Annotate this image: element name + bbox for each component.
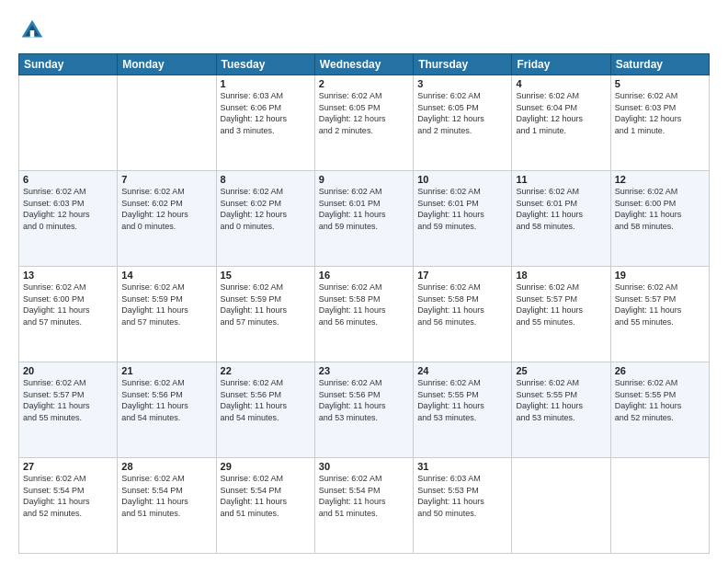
day-number: 27 xyxy=(23,461,113,472)
calendar-day-cell: 16Sunrise: 6:02 AM Sunset: 5:58 PM Dayli… xyxy=(314,267,413,362)
day-number: 9 xyxy=(319,174,409,185)
day-info: Sunrise: 6:02 AM Sunset: 6:00 PM Dayligh… xyxy=(615,186,705,232)
calendar-day-cell: 1Sunrise: 6:03 AM Sunset: 6:06 PM Daylig… xyxy=(216,75,314,171)
day-number: 11 xyxy=(516,174,606,185)
day-number: 3 xyxy=(417,78,507,89)
day-number: 20 xyxy=(23,365,113,376)
calendar-day-cell: 2Sunrise: 6:02 AM Sunset: 6:05 PM Daylig… xyxy=(314,75,413,171)
calendar-week-row: 20Sunrise: 6:02 AM Sunset: 5:57 PM Dayli… xyxy=(19,362,710,458)
day-number: 18 xyxy=(516,270,606,281)
day-info: Sunrise: 6:03 AM Sunset: 6:06 PM Dayligh… xyxy=(221,90,311,136)
day-number: 14 xyxy=(121,270,211,281)
day-number: 19 xyxy=(615,270,705,281)
day-number: 29 xyxy=(221,461,311,472)
calendar-day-cell: 29Sunrise: 6:02 AM Sunset: 5:54 PM Dayli… xyxy=(216,458,314,554)
day-info: Sunrise: 6:02 AM Sunset: 5:58 PM Dayligh… xyxy=(417,282,507,327)
day-number: 6 xyxy=(23,174,113,185)
day-info: Sunrise: 6:02 AM Sunset: 5:55 PM Dayligh… xyxy=(417,377,507,423)
calendar-day-cell: 6Sunrise: 6:02 AM Sunset: 6:03 PM Daylig… xyxy=(19,171,118,267)
day-info: Sunrise: 6:02 AM Sunset: 6:05 PM Dayligh… xyxy=(319,90,409,136)
calendar-day-cell: 26Sunrise: 6:02 AM Sunset: 5:55 PM Dayli… xyxy=(610,362,709,458)
calendar-day-cell: 23Sunrise: 6:02 AM Sunset: 5:56 PM Dayli… xyxy=(314,362,413,458)
calendar-day-cell xyxy=(19,75,118,171)
day-number: 16 xyxy=(319,270,409,281)
day-info: Sunrise: 6:02 AM Sunset: 6:01 PM Dayligh… xyxy=(417,186,507,232)
calendar-day-cell: 27Sunrise: 6:02 AM Sunset: 5:54 PM Dayli… xyxy=(19,458,118,554)
day-info: Sunrise: 6:02 AM Sunset: 6:01 PM Dayligh… xyxy=(516,186,606,232)
day-info: Sunrise: 6:02 AM Sunset: 6:03 PM Dayligh… xyxy=(615,90,705,136)
day-info: Sunrise: 6:02 AM Sunset: 6:03 PM Dayligh… xyxy=(23,186,113,232)
day-number: 10 xyxy=(417,174,507,185)
day-number: 15 xyxy=(221,270,311,281)
calendar-day-cell: 10Sunrise: 6:02 AM Sunset: 6:01 PM Dayli… xyxy=(414,171,512,267)
day-number: 8 xyxy=(221,174,311,185)
day-info: Sunrise: 6:02 AM Sunset: 5:58 PM Dayligh… xyxy=(319,282,409,327)
weekday-header: Saturday xyxy=(610,54,709,75)
day-info: Sunrise: 6:02 AM Sunset: 6:00 PM Dayligh… xyxy=(23,282,113,327)
calendar-day-cell: 22Sunrise: 6:02 AM Sunset: 5:56 PM Dayli… xyxy=(216,362,314,458)
day-info: Sunrise: 6:02 AM Sunset: 5:56 PM Dayligh… xyxy=(121,377,211,423)
day-info: Sunrise: 6:02 AM Sunset: 5:54 PM Dayligh… xyxy=(23,473,113,519)
calendar-day-cell: 13Sunrise: 6:02 AM Sunset: 6:00 PM Dayli… xyxy=(19,267,118,362)
weekday-header: Tuesday xyxy=(216,54,314,75)
svg-rect-2 xyxy=(30,30,35,38)
day-number: 30 xyxy=(319,461,409,472)
day-info: Sunrise: 6:02 AM Sunset: 6:04 PM Dayligh… xyxy=(516,90,606,136)
day-number: 1 xyxy=(221,78,311,89)
page: SundayMondayTuesdayWednesdayThursdayFrid… xyxy=(0,0,728,563)
calendar-day-cell: 19Sunrise: 6:02 AM Sunset: 5:57 PM Dayli… xyxy=(610,267,709,362)
day-info: Sunrise: 6:02 AM Sunset: 6:02 PM Dayligh… xyxy=(121,186,211,232)
weekday-header: Friday xyxy=(512,54,610,75)
day-number: 28 xyxy=(121,461,211,472)
day-info: Sunrise: 6:02 AM Sunset: 5:59 PM Dayligh… xyxy=(221,282,311,327)
calendar-day-cell: 7Sunrise: 6:02 AM Sunset: 6:02 PM Daylig… xyxy=(118,171,216,267)
day-number: 23 xyxy=(319,365,409,376)
calendar-day-cell: 28Sunrise: 6:02 AM Sunset: 5:54 PM Dayli… xyxy=(118,458,216,554)
day-info: Sunrise: 6:02 AM Sunset: 5:57 PM Dayligh… xyxy=(23,377,113,423)
calendar-day-cell: 17Sunrise: 6:02 AM Sunset: 5:58 PM Dayli… xyxy=(414,267,512,362)
day-info: Sunrise: 6:02 AM Sunset: 5:56 PM Dayligh… xyxy=(221,377,311,423)
calendar-week-row: 1Sunrise: 6:03 AM Sunset: 6:06 PM Daylig… xyxy=(19,75,710,171)
day-info: Sunrise: 6:02 AM Sunset: 5:57 PM Dayligh… xyxy=(615,282,705,327)
logo xyxy=(18,17,50,44)
calendar-day-cell: 8Sunrise: 6:02 AM Sunset: 6:02 PM Daylig… xyxy=(216,171,314,267)
day-number: 7 xyxy=(121,174,211,185)
calendar-day-cell: 31Sunrise: 6:03 AM Sunset: 5:53 PM Dayli… xyxy=(414,458,512,554)
calendar-week-row: 27Sunrise: 6:02 AM Sunset: 5:54 PM Dayli… xyxy=(19,458,710,554)
day-info: Sunrise: 6:02 AM Sunset: 5:55 PM Dayligh… xyxy=(516,377,606,423)
day-info: Sunrise: 6:02 AM Sunset: 6:05 PM Dayligh… xyxy=(417,90,507,136)
day-info: Sunrise: 6:02 AM Sunset: 5:55 PM Dayligh… xyxy=(615,377,705,423)
calendar-day-cell: 20Sunrise: 6:02 AM Sunset: 5:57 PM Dayli… xyxy=(19,362,118,458)
day-number: 21 xyxy=(121,365,211,376)
weekday-header: Monday xyxy=(118,54,216,75)
calendar-day-cell: 18Sunrise: 6:02 AM Sunset: 5:57 PM Dayli… xyxy=(512,267,610,362)
calendar-day-cell: 3Sunrise: 6:02 AM Sunset: 6:05 PM Daylig… xyxy=(414,75,512,171)
calendar-day-cell: 24Sunrise: 6:02 AM Sunset: 5:55 PM Dayli… xyxy=(414,362,512,458)
day-info: Sunrise: 6:02 AM Sunset: 5:54 PM Dayligh… xyxy=(319,473,409,519)
day-number: 5 xyxy=(615,78,705,89)
day-number: 4 xyxy=(516,78,606,89)
calendar-week-row: 6Sunrise: 6:02 AM Sunset: 6:03 PM Daylig… xyxy=(19,171,710,267)
calendar-day-cell xyxy=(118,75,216,171)
logo-icon xyxy=(18,17,46,44)
day-number: 25 xyxy=(516,365,606,376)
weekday-header: Thursday xyxy=(414,54,512,75)
day-info: Sunrise: 6:02 AM Sunset: 5:57 PM Dayligh… xyxy=(516,282,606,327)
calendar-header-row: SundayMondayTuesdayWednesdayThursdayFrid… xyxy=(19,54,710,75)
calendar-day-cell: 9Sunrise: 6:02 AM Sunset: 6:01 PM Daylig… xyxy=(314,171,413,267)
day-number: 24 xyxy=(417,365,507,376)
day-info: Sunrise: 6:02 AM Sunset: 5:54 PM Dayligh… xyxy=(121,473,211,519)
calendar-week-row: 13Sunrise: 6:02 AM Sunset: 6:00 PM Dayli… xyxy=(19,267,710,362)
day-number: 2 xyxy=(319,78,409,89)
calendar-day-cell xyxy=(512,458,610,554)
calendar-day-cell: 4Sunrise: 6:02 AM Sunset: 6:04 PM Daylig… xyxy=(512,75,610,171)
weekday-header: Sunday xyxy=(19,54,118,75)
day-info: Sunrise: 6:02 AM Sunset: 6:01 PM Dayligh… xyxy=(319,186,409,232)
day-number: 13 xyxy=(23,270,113,281)
calendar-day-cell: 15Sunrise: 6:02 AM Sunset: 5:59 PM Dayli… xyxy=(216,267,314,362)
day-info: Sunrise: 6:02 AM Sunset: 5:54 PM Dayligh… xyxy=(221,473,311,519)
calendar-day-cell xyxy=(610,458,709,554)
day-number: 17 xyxy=(417,270,507,281)
calendar-day-cell: 21Sunrise: 6:02 AM Sunset: 5:56 PM Dayli… xyxy=(118,362,216,458)
calendar-day-cell: 11Sunrise: 6:02 AM Sunset: 6:01 PM Dayli… xyxy=(512,171,610,267)
